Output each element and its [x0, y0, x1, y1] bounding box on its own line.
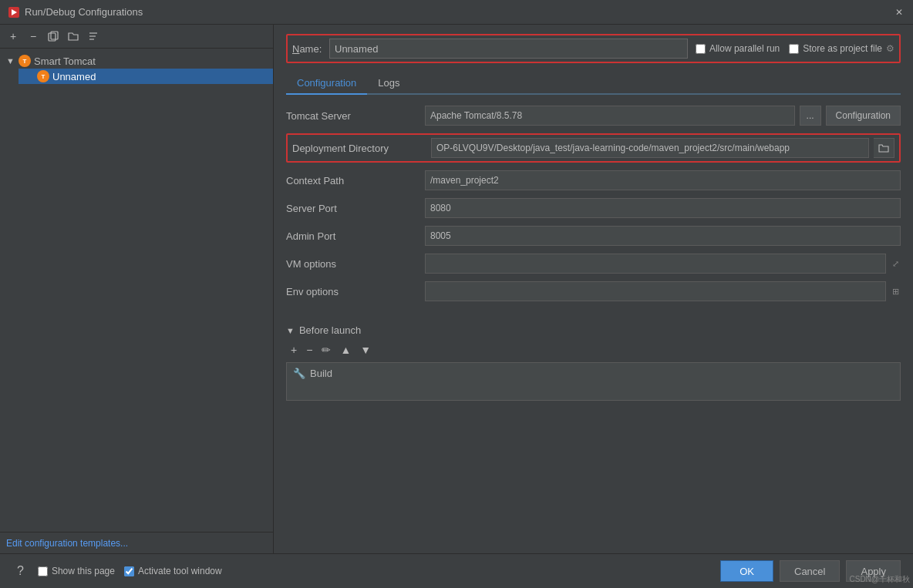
env-options-label: Env options: [286, 286, 425, 297]
tab-configuration[interactable]: Configuration: [286, 72, 367, 95]
context-path-label: Context Path: [286, 175, 425, 186]
tomcat-server-control: Apache Tomcat/8.5.78 ... Configuration: [425, 106, 901, 126]
admin-port-label: Admin Port: [286, 230, 425, 242]
tomcat-dots-button[interactable]: ...: [800, 106, 821, 126]
launch-toolbar: + − ✏ ▲ ▼: [286, 342, 901, 358]
deployment-dir-control: [431, 138, 894, 158]
expand-arrow-icon: ▼: [6, 56, 19, 66]
tomcat-group-icon: T: [19, 55, 31, 67]
tomcat-child-icon: T: [37, 70, 49, 82]
allow-parallel-label: Allow parallel run: [709, 43, 780, 54]
before-launch-label: Before launch: [299, 324, 361, 336]
server-port-input[interactable]: [425, 198, 901, 218]
deployment-directory-row: Deployment Directory: [286, 133, 901, 163]
header-right: Allow parallel run Store as project file…: [696, 43, 894, 54]
before-launch-section: ▼ Before launch + − ✏ ▲ ▼ 🔧 Build: [286, 324, 901, 401]
tree-item-smart-tomcat[interactable]: ▼ T Smart Tomcat: [0, 53, 273, 69]
context-path-row: Context Path: [286, 170, 901, 190]
allow-parallel-checkbox[interactable]: [696, 44, 706, 54]
name-label: Name:: [292, 43, 323, 55]
tomcat-server-row: Tomcat Server Apache Tomcat/8.5.78 ... C…: [286, 106, 901, 126]
left-toolbar: + −: [0, 25, 273, 49]
section-collapse-icon[interactable]: ▼: [286, 326, 295, 335]
activate-window-label: Activate tool window: [138, 566, 222, 576]
dialog-title: Run/Debug Configurations: [25, 6, 143, 18]
vm-options-label: VM options: [286, 258, 425, 270]
left-footer: Edit configuration templates...: [0, 532, 273, 553]
name-input[interactable]: [329, 39, 688, 59]
settings-icon[interactable]: ⚙: [886, 43, 894, 54]
admin-port-input[interactable]: [425, 226, 901, 246]
dialog-icon: [8, 6, 20, 18]
deployment-dir-input[interactable]: [431, 138, 869, 158]
vm-options-control: ⤢: [425, 254, 901, 274]
copy-button[interactable]: [45, 28, 62, 45]
build-label: Build: [310, 368, 332, 379]
launch-add-button[interactable]: +: [288, 342, 300, 358]
deployment-dir-label: Deployment Directory: [292, 143, 431, 154]
help-button[interactable]: ?: [12, 563, 29, 580]
deployment-inner: Deployment Directory: [292, 138, 894, 158]
title-bar: Run/Debug Configurations ✕: [0, 0, 913, 25]
build-icon: 🔧: [293, 368, 305, 379]
edit-templates-link[interactable]: Edit configuration templates...: [6, 538, 128, 549]
tree-group-label: Smart Tomcat: [34, 55, 96, 67]
store-project-checkbox[interactable]: [789, 44, 799, 54]
context-path-input[interactable]: [425, 170, 901, 190]
show-page-checkbox[interactable]: [38, 566, 48, 576]
tomcat-server-select[interactable]: Apache Tomcat/8.5.78: [425, 106, 795, 126]
launch-remove-button[interactable]: −: [303, 342, 315, 358]
launch-down-button[interactable]: ▼: [357, 342, 374, 358]
launch-up-button[interactable]: ▲: [337, 342, 354, 358]
show-page-row: Show this page: [38, 566, 115, 576]
deployment-folder-icon[interactable]: [874, 138, 894, 158]
ok-button[interactable]: OK: [720, 560, 773, 582]
env-options-control: ⊞: [425, 281, 901, 301]
close-button[interactable]: ✕: [893, 6, 905, 18]
tomcat-server-label: Tomcat Server: [286, 110, 425, 122]
name-row: Name: Allow parallel run Store as projec…: [286, 34, 901, 63]
watermark: CSDN@千杯和秋: [850, 574, 911, 585]
allow-parallel-row: Allow parallel run: [696, 43, 780, 54]
tree-children: T Unnamed: [0, 69, 273, 84]
tree-group-smart-tomcat: ▼ T Smart Tomcat T Unnamed: [0, 52, 273, 86]
bottom-bar: ? Show this page Activate tool window OK…: [0, 553, 913, 588]
cancel-button[interactable]: Cancel: [780, 560, 840, 582]
store-project-label: Store as project file: [803, 43, 882, 54]
context-path-control: [425, 170, 901, 190]
tree-item-unnamed[interactable]: T Unnamed: [19, 69, 273, 84]
tree-child-label: Unnamed: [52, 71, 96, 82]
configuration-button[interactable]: Configuration: [826, 106, 901, 126]
admin-port-control: [425, 226, 901, 246]
show-page-label: Show this page: [52, 566, 115, 576]
folder-button[interactable]: [65, 28, 82, 45]
admin-port-row: Admin Port: [286, 226, 901, 246]
env-options-expand-icon[interactable]: ⊞: [891, 285, 901, 298]
server-port-control: [425, 198, 901, 218]
launch-edit-button[interactable]: ✏: [318, 342, 334, 358]
store-project-row: Store as project file ⚙: [789, 43, 894, 54]
before-launch-header: ▼ Before launch: [286, 324, 901, 336]
activate-window-row: Activate tool window: [124, 566, 222, 576]
server-port-row: Server Port: [286, 198, 901, 218]
vm-options-row: VM options ⤢: [286, 254, 901, 274]
vm-options-expand-icon[interactable]: ⤢: [891, 257, 901, 270]
env-options-input[interactable]: [425, 281, 886, 301]
remove-button[interactable]: −: [25, 28, 42, 45]
add-button[interactable]: +: [5, 28, 22, 45]
bottom-left: ? Show this page Activate tool window: [12, 563, 222, 580]
server-port-label: Server Port: [286, 203, 425, 214]
env-options-row: Env options ⊞: [286, 281, 901, 301]
launch-list-item-build: 🔧 Build: [290, 366, 897, 381]
activate-window-checkbox[interactable]: [124, 566, 134, 576]
sort-button[interactable]: [85, 28, 102, 45]
launch-list: 🔧 Build: [286, 362, 901, 401]
tab-logs[interactable]: Logs: [367, 72, 410, 95]
config-tree: ▼ T Smart Tomcat T Unnamed: [0, 49, 273, 532]
left-panel: + −: [0, 25, 274, 553]
tabs-bar: Configuration Logs: [286, 72, 901, 95]
vm-options-input[interactable]: [425, 254, 886, 274]
right-panel: Name: Allow parallel run Store as projec…: [274, 25, 913, 553]
